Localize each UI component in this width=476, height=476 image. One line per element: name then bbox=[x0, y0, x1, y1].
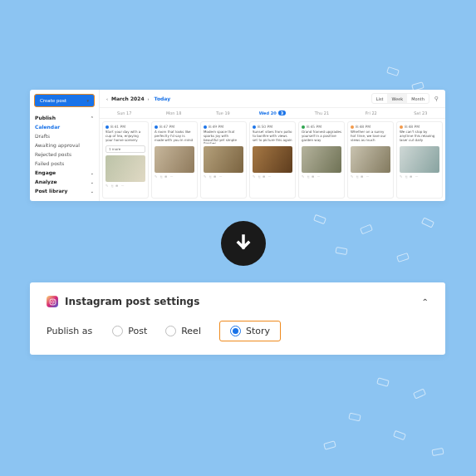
view-option[interactable]: Month bbox=[407, 94, 429, 103]
view-option[interactable]: List bbox=[372, 94, 388, 103]
publish-as-row: Publish as PostReelStory bbox=[47, 321, 429, 341]
svg-point-1 bbox=[52, 301, 54, 303]
post-card[interactable]: 8:48 PM Whether on a sunny hot time, we … bbox=[347, 121, 394, 199]
sidebar-item[interactable]: Rejected posts bbox=[35, 150, 94, 159]
view-segment[interactable]: ListWeekMonth bbox=[371, 93, 429, 104]
post-card[interactable]: 8:45 PM Grand framed upgrades yourself i… bbox=[298, 121, 345, 199]
radio-icon bbox=[112, 326, 123, 336]
post-text: Grand framed upgrades yourself in a posi… bbox=[302, 130, 341, 144]
radio-label: Reel bbox=[181, 326, 201, 336]
day-header[interactable]: Fri 22 bbox=[346, 108, 395, 118]
svg-point-2 bbox=[54, 299, 55, 300]
instagram-icon bbox=[47, 296, 58, 307]
prev-button[interactable]: ‹ bbox=[106, 96, 108, 101]
post-actions[interactable]: ✎ ⎘ ⊕ ⋯ bbox=[253, 174, 292, 179]
chevron-down-icon: ▾ bbox=[86, 98, 89, 103]
radio-label: Story bbox=[246, 326, 270, 336]
sidebar-item[interactable]: Engage⌄ bbox=[35, 168, 94, 177]
post-actions[interactable]: ✎ ⎘ ⊕ ⋯ bbox=[400, 174, 439, 179]
post-time: 8:48 PM bbox=[405, 125, 420, 129]
post-time: 8:49 PM bbox=[209, 125, 223, 129]
post-image bbox=[106, 155, 145, 182]
post-card[interactable]: 8:47 PM A room that looks like perfectly… bbox=[151, 121, 198, 199]
view-option[interactable]: Week bbox=[387, 94, 407, 103]
day-headers: Sun 17Mon 18Tue 19Wed 203Thu 21Fri 22Sat… bbox=[100, 108, 445, 119]
today-button[interactable]: Today bbox=[155, 96, 171, 101]
radio-post[interactable]: Post bbox=[112, 326, 147, 336]
more-pill[interactable]: 1 more bbox=[106, 145, 145, 153]
post-card[interactable]: 8:48 PM We can't stop by anytime this re… bbox=[396, 121, 443, 199]
sidebar-item[interactable]: Publish⌃ bbox=[35, 113, 94, 122]
day-header[interactable]: Tue 19 bbox=[199, 108, 248, 118]
status-dot bbox=[155, 125, 158, 129]
post-image bbox=[302, 146, 341, 173]
day-header[interactable]: Sun 17 bbox=[100, 108, 149, 118]
radio-icon bbox=[230, 326, 241, 336]
chevron-down-icon: ⌃ bbox=[91, 115, 94, 120]
chevron-up-icon: ⌃ bbox=[422, 297, 429, 307]
post-card[interactable]: 8:50 PM Sunset vibes from patio to bonfi… bbox=[249, 121, 296, 199]
sidebar-item[interactable]: Failed posts bbox=[35, 159, 94, 168]
settings-panel: Instagram post settings ⌃ Publish as Pos… bbox=[30, 282, 445, 355]
post-time: 8:48 PM bbox=[356, 125, 370, 129]
post-time: 8:45 PM bbox=[307, 125, 321, 129]
sidebar: Create post ▾ Publish⌃CalendarDraftsAwai… bbox=[30, 90, 100, 201]
chevron-down-icon: ⌄ bbox=[91, 189, 94, 194]
create-post-label: Create post bbox=[40, 98, 66, 103]
next-button[interactable]: › bbox=[148, 96, 150, 101]
post-text: We can't stop by anytime this relaxing l… bbox=[400, 130, 439, 144]
main-area: ‹ March 2024 › Today ListWeekMonth ⚲ Sun… bbox=[100, 90, 445, 201]
post-text: Start your day with a cup of tea, enjoyi… bbox=[106, 130, 145, 144]
post-actions[interactable]: ✎ ⎘ ⊕ ⋯ bbox=[351, 174, 390, 179]
status-dot bbox=[400, 125, 403, 129]
chevron-down-icon: ⌄ bbox=[91, 170, 94, 175]
post-image bbox=[204, 146, 243, 173]
arrow-down-icon bbox=[221, 221, 266, 266]
sidebar-item[interactable]: Calendar bbox=[35, 122, 94, 131]
sidebar-item[interactable]: Awaiting approval bbox=[35, 140, 94, 150]
post-actions[interactable]: ✎ ⎘ ⊕ ⋯ bbox=[155, 174, 194, 179]
post-time: 8:47 PM bbox=[159, 125, 174, 129]
status-dot bbox=[302, 125, 305, 129]
post-text: Whether on a sunny hot time, we love our… bbox=[351, 130, 390, 144]
day-header[interactable]: Mon 18 bbox=[149, 108, 198, 118]
status-dot bbox=[253, 125, 256, 129]
settings-title: Instagram post settings bbox=[65, 296, 199, 307]
sidebar-item[interactable]: Analyze⌄ bbox=[35, 177, 94, 186]
post-actions[interactable]: ✎ ⎘ ⊕ ⋯ bbox=[302, 174, 341, 179]
radio-label: Post bbox=[128, 326, 147, 336]
publish-as-label: Publish as bbox=[47, 326, 92, 336]
radio-reel[interactable]: Reel bbox=[165, 326, 201, 336]
post-image bbox=[400, 146, 439, 173]
calendar-panel: Create post ▾ Publish⌃CalendarDraftsAwai… bbox=[30, 90, 445, 201]
post-card[interactable]: 8:41 PM Start your day with a cup of tea… bbox=[102, 121, 149, 199]
settings-header[interactable]: Instagram post settings ⌃ bbox=[47, 296, 429, 307]
status-dot bbox=[106, 125, 109, 129]
status-dot bbox=[204, 125, 207, 129]
post-actions[interactable]: ✎ ⎘ ⊕ ⋯ bbox=[106, 184, 145, 188]
post-time: 8:41 PM bbox=[110, 125, 125, 129]
chevron-down-icon: ⌄ bbox=[91, 179, 94, 184]
create-post-button[interactable]: Create post ▾ bbox=[34, 94, 95, 107]
day-header[interactable]: Wed 203 bbox=[248, 108, 297, 118]
sidebar-item[interactable]: Drafts bbox=[35, 131, 94, 140]
post-image bbox=[351, 146, 390, 173]
post-text: A room that looks like perfectly I'd say… bbox=[155, 130, 194, 144]
post-text: Modern space that sparks joy with beauti… bbox=[204, 130, 243, 144]
filter-icon[interactable]: ⚲ bbox=[434, 96, 439, 102]
post-cards: 8:41 PM Start your day with a cup of tea… bbox=[100, 119, 445, 201]
toolbar: ‹ March 2024 › Today ListWeekMonth ⚲ bbox=[100, 90, 445, 108]
post-text: Sunset vibes from patio to bonfire with … bbox=[253, 130, 292, 144]
radio-story[interactable]: Story bbox=[219, 321, 281, 341]
month-label: March 2024 bbox=[111, 96, 145, 101]
post-card[interactable]: 8:49 PM Modern space that sparks joy wit… bbox=[200, 121, 247, 199]
post-image bbox=[155, 146, 194, 173]
post-image bbox=[253, 146, 292, 173]
status-dot bbox=[351, 125, 354, 129]
day-header[interactable]: Thu 21 bbox=[297, 108, 346, 118]
radio-icon bbox=[165, 326, 176, 336]
day-header[interactable]: Sat 23 bbox=[396, 108, 445, 118]
post-time: 8:50 PM bbox=[258, 125, 272, 129]
sidebar-item[interactable]: Post library⌄ bbox=[35, 186, 94, 195]
post-actions[interactable]: ✎ ⎘ ⊕ ⋯ bbox=[204, 174, 243, 179]
